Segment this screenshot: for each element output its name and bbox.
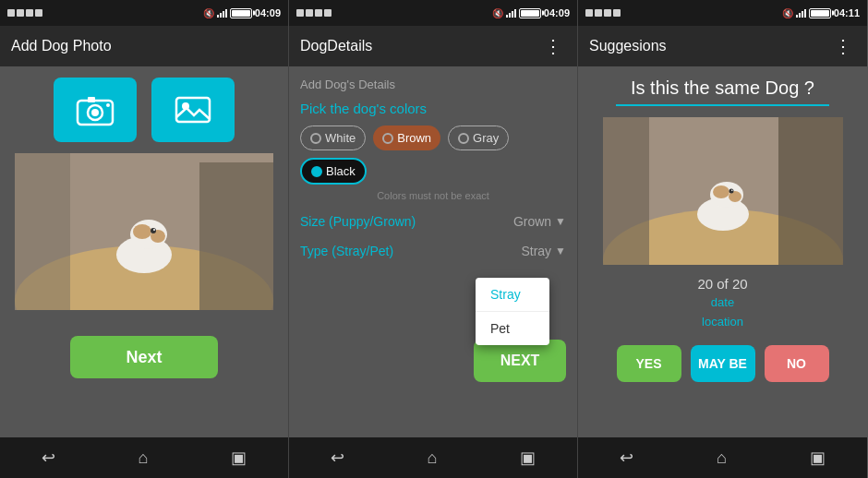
dog-image-1 — [15, 153, 273, 310]
screen3: 🔇 04:11 Suggesions ⋮ Is this the same Do… — [578, 0, 867, 478]
recents-nav-3[interactable]: ▣ — [810, 448, 826, 468]
match-counter: 20 of 20 — [697, 276, 747, 292]
suggestions-question: Is this the same Dog ? — [631, 78, 814, 99]
svg-rect-9 — [15, 153, 70, 310]
back-nav-1[interactable]: ↩ — [42, 448, 55, 468]
usb-icon — [35, 9, 42, 17]
svg-point-13 — [133, 224, 151, 239]
color-label-white: White — [325, 131, 356, 145]
color-chip-brown[interactable]: Brown — [373, 125, 440, 150]
svg-point-4 — [106, 103, 110, 107]
screen1-content: Next — [0, 66, 288, 437]
radio-white — [310, 133, 321, 144]
home-nav-3[interactable]: ⌂ — [717, 448, 727, 468]
notif2-icon — [296, 9, 304, 17]
back-nav-2[interactable]: ↩ — [331, 448, 344, 468]
size-field-row: Size (Puppy/Grown) Grown ▼ — [300, 214, 566, 229]
colors-hint: Colors must not be exact — [300, 190, 566, 201]
svg-point-23 — [713, 185, 729, 198]
date-label: date — [702, 293, 743, 313]
battery2-icon — [519, 8, 541, 18]
recents-nav-1[interactable]: ▣ — [231, 448, 247, 468]
color-label-gray: Gray — [473, 131, 499, 145]
svg-rect-5 — [176, 98, 210, 122]
notif-icon — [7, 9, 15, 17]
nav-bar-1: ↩ ⌂ ▣ — [0, 437, 288, 478]
screen2-content: Add Dog's Details Pick the dog's colors … — [289, 66, 577, 437]
battery-icon — [230, 8, 252, 18]
gallery-button[interactable] — [151, 78, 235, 142]
svg-rect-20 — [778, 117, 843, 265]
color-chip-black[interactable]: Black — [300, 158, 367, 185]
color-options: White Brown Gray Black — [300, 125, 566, 185]
appbar-2: DogDetails ⋮ — [289, 26, 577, 66]
next-button-1[interactable]: Next — [70, 336, 218, 378]
appbar-3: Suggesions ⋮ — [578, 26, 867, 66]
status-bar-3: 🔇 04:11 — [578, 0, 867, 26]
colors-label: Pick the dog's colors — [300, 101, 566, 116]
appbar-1: Add Dog Photo — [0, 26, 288, 66]
app-title-3: Suggesions — [589, 38, 830, 54]
svg-point-15 — [151, 228, 156, 233]
notif3-icon — [585, 9, 593, 17]
radio-gray — [458, 133, 469, 144]
usb3-icon — [613, 9, 621, 17]
recents-nav-2[interactable]: ▣ — [520, 448, 536, 468]
size-label: Size (Puppy/Grown) — [300, 214, 513, 229]
maybe-button[interactable]: MAY BE — [691, 345, 755, 382]
type-dropdown-popup: Stray Pet — [476, 278, 549, 345]
overflow-menu-icon[interactable]: ⋮ — [540, 31, 566, 61]
dog-photo-3 — [603, 117, 843, 265]
home-nav-2[interactable]: ⌂ — [428, 448, 438, 468]
type-dropdown-arrow[interactable]: ▼ — [555, 245, 566, 257]
signal-icon — [217, 8, 227, 18]
next-button-2[interactable]: NEXT — [474, 340, 566, 382]
size-value: Grown — [513, 214, 551, 229]
meta-info: date location — [702, 293, 743, 332]
overflow-menu-3-icon[interactable]: ⋮ — [830, 31, 856, 61]
nav-bar-2: ↩ ⌂ ▣ — [289, 437, 577, 478]
dog-photo-preview-1 — [15, 153, 273, 310]
status-bar-2: 🔇 04:09 — [289, 0, 577, 26]
type-value: Stray — [521, 244, 551, 258]
alarm3-icon — [604, 9, 611, 17]
sync-icon — [17, 9, 24, 17]
color-chip-gray[interactable]: Gray — [448, 125, 509, 150]
section-label: Add Dog's Details — [300, 78, 566, 91]
svg-point-26 — [731, 189, 733, 191]
signal3-icon — [796, 8, 806, 18]
size-dropdown-arrow[interactable]: ▼ — [555, 215, 566, 228]
status-time-3: 04:11 — [834, 7, 860, 18]
dropdown-item-stray[interactable]: Stray — [476, 278, 549, 312]
app-title-1: Add Dog Photo — [11, 38, 277, 54]
svg-rect-3 — [88, 97, 95, 102]
svg-point-25 — [729, 189, 733, 194]
svg-point-2 — [91, 109, 99, 116]
back-nav-3[interactable]: ↩ — [620, 448, 633, 468]
home-nav-1[interactable]: ⌂ — [139, 448, 149, 468]
battery3-icon — [809, 8, 831, 18]
yes-button[interactable]: YES — [617, 345, 681, 382]
no-button[interactable]: NO — [765, 345, 829, 382]
screen3-content: Is this the same Dog ? 20 of 20 date loc… — [578, 66, 867, 437]
volume2-icon: 🔇 — [492, 8, 503, 18]
camera-button[interactable] — [54, 78, 137, 142]
dropdown-item-pet[interactable]: Pet — [476, 312, 549, 345]
alarm2-icon — [315, 9, 322, 17]
usb2-icon — [324, 9, 332, 17]
sync3-icon — [595, 9, 602, 17]
status-time-1: 04:09 — [255, 7, 281, 18]
color-chip-white[interactable]: White — [300, 125, 366, 150]
sync2-icon — [306, 9, 313, 17]
svg-point-16 — [153, 229, 155, 231]
volume3-icon: 🔇 — [782, 8, 793, 18]
status-time-2: 04:09 — [544, 7, 570, 18]
volume-icon: 🔇 — [203, 8, 214, 18]
answer-buttons: YES MAY BE NO — [617, 345, 829, 382]
app-title-2: DogDetails — [300, 38, 540, 54]
screen2: 🔇 04:09 DogDetails ⋮ Add Dog's Details P… — [289, 0, 578, 478]
color-label-brown: Brown — [397, 131, 431, 145]
location-label: location — [702, 313, 743, 332]
svg-rect-10 — [199, 162, 273, 310]
status-bar-1: 🔇 04:09 — [0, 0, 288, 26]
